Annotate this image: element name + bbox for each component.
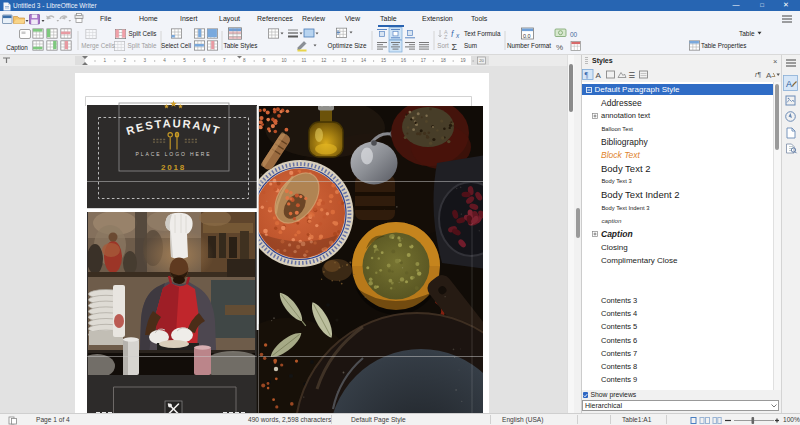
- svg-text:20: 20: [479, 58, 484, 63]
- svg-text:2: 2: [124, 58, 127, 63]
- svg-text:12: 12: [321, 58, 327, 63]
- svg-text:15: 15: [381, 58, 387, 63]
- svg-text:f: f: [451, 29, 455, 39]
- svg-text:Sort: Sort: [437, 42, 449, 49]
- svg-text:17: 17: [421, 58, 427, 63]
- svg-text:Caption: Caption: [6, 44, 28, 52]
- svg-text:16: 16: [401, 58, 407, 63]
- svg-text:0.0: 0.0: [523, 33, 531, 39]
- svg-text:¶: ¶: [585, 71, 589, 80]
- svg-text:00: 00: [570, 31, 578, 38]
- svg-text:5: 5: [183, 58, 186, 63]
- svg-text:10: 10: [281, 58, 287, 63]
- svg-text:2018: 2018: [161, 163, 186, 172]
- svg-text:Table Styles: Table Styles: [224, 42, 258, 50]
- svg-text:13: 13: [341, 58, 347, 63]
- svg-text:6: 6: [203, 58, 206, 63]
- svg-text:Sum: Sum: [464, 42, 477, 49]
- svg-text:14: 14: [361, 58, 367, 63]
- svg-text:3: 3: [143, 58, 146, 63]
- svg-text:Split Table: Split Table: [128, 42, 157, 50]
- svg-text:1: 1: [104, 58, 107, 63]
- svg-text:☰: ☰: [629, 71, 636, 80]
- svg-text:A: A: [766, 71, 772, 80]
- svg-text:18: 18: [441, 58, 447, 63]
- svg-text:Merge Cells: Merge Cells: [81, 42, 115, 50]
- svg-text:8: 8: [243, 58, 246, 63]
- svg-text:A: A: [786, 79, 792, 89]
- svg-text:Select Cell: Select Cell: [161, 42, 191, 49]
- svg-text:4: 4: [163, 58, 166, 63]
- svg-text:Text Formula: Text Formula: [464, 30, 501, 37]
- svg-text:Split Cells: Split Cells: [129, 30, 157, 38]
- svg-text:11: 11: [302, 58, 307, 63]
- svg-text:Optimize Size: Optimize Size: [328, 42, 367, 50]
- svg-text:9: 9: [263, 58, 266, 63]
- svg-text:%: %: [556, 43, 563, 52]
- svg-text:PLACE LOGO HERE: PLACE LOGO HERE: [135, 151, 211, 157]
- svg-text:x: x: [455, 32, 460, 39]
- svg-text:19: 19: [461, 58, 467, 63]
- svg-text:7: 7: [223, 58, 226, 63]
- svg-text:A: A: [596, 71, 602, 80]
- svg-text:Table: Table: [739, 30, 755, 37]
- svg-text:r¶: r¶: [755, 71, 761, 78]
- svg-text:Table Properties: Table Properties: [701, 42, 747, 50]
- svg-text:Number Format: Number Format: [507, 42, 551, 49]
- svg-text:Σ: Σ: [452, 42, 458, 52]
